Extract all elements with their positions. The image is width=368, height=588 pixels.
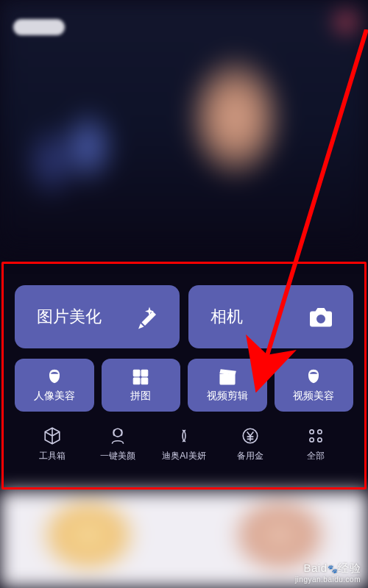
- nav-label: 一键美颜: [100, 450, 135, 462]
- video-beauty-button[interactable]: 视频美容: [275, 359, 354, 412]
- svg-rect-2: [141, 370, 148, 376]
- svg-rect-3: [134, 378, 141, 384]
- svg-point-7: [310, 430, 314, 434]
- nav-label: 全部: [307, 450, 325, 462]
- hero-background: [0, 0, 368, 250]
- svg-rect-4: [141, 378, 148, 384]
- collage-icon: [131, 368, 150, 387]
- camera-button[interactable]: 相机: [188, 285, 353, 348]
- nav-all[interactable]: 全部: [294, 426, 338, 462]
- watermark-url: jingyan.baidu.com: [295, 576, 361, 584]
- button-label: 视频剪辑: [207, 390, 248, 403]
- cd-icon: [174, 426, 194, 445]
- watermark-suffix: 经验: [338, 562, 361, 574]
- wand-icon: [134, 304, 160, 330]
- clapper-icon: [218, 368, 237, 387]
- nav-toolbox[interactable]: 工具箱: [30, 426, 74, 462]
- nav-reserve-fund[interactable]: 备用金: [228, 426, 272, 462]
- watermark: Baid🐾经验 jingyan.baidu.com: [295, 562, 361, 584]
- svg-rect-1: [134, 370, 141, 376]
- sub-button-row: 人像美容 拼图 视频剪辑 视频美容: [15, 359, 353, 412]
- main-button-row: 图片美化 相机: [15, 285, 353, 348]
- nav-label: 工具箱: [39, 450, 66, 462]
- cube-icon: [43, 426, 62, 445]
- camera-icon: [308, 304, 334, 330]
- watermark-brand: Baid: [303, 562, 327, 574]
- collage-button[interactable]: 拼图: [102, 359, 181, 412]
- svg-point-10: [318, 438, 322, 442]
- nav-label: 迪奥AI美妍: [162, 450, 205, 462]
- face-icon: [304, 368, 323, 387]
- button-label: 相机: [210, 306, 243, 328]
- button-label: 视频美容: [293, 390, 334, 403]
- nav-one-click-beauty[interactable]: 一键美颜: [96, 426, 140, 462]
- tools-panel: 图片美化 相机 人像美容 拼图: [4, 263, 364, 487]
- beautify-photo-button[interactable]: 图片美化: [15, 285, 180, 348]
- face-icon: [45, 368, 64, 387]
- svg-point-9: [310, 438, 314, 442]
- nav-label: 备用金: [237, 450, 263, 462]
- video-edit-button[interactable]: 视频剪辑: [188, 359, 267, 412]
- button-label: 人像美容: [34, 390, 75, 403]
- nav-dior-ai[interactable]: 迪奥AI美妍: [162, 426, 206, 462]
- svg-point-8: [318, 430, 322, 434]
- bottom-nav-row: 工具箱 一键美颜 迪奥AI美妍 备用金 全部: [15, 426, 353, 462]
- portrait-beauty-button[interactable]: 人像美容: [15, 359, 94, 412]
- button-label: 拼图: [130, 390, 151, 403]
- grid-icon: [306, 426, 325, 445]
- yen-icon: [241, 426, 260, 445]
- button-label: 图片美化: [37, 306, 102, 328]
- lady-icon: [108, 426, 127, 445]
- status-pill: [13, 19, 65, 35]
